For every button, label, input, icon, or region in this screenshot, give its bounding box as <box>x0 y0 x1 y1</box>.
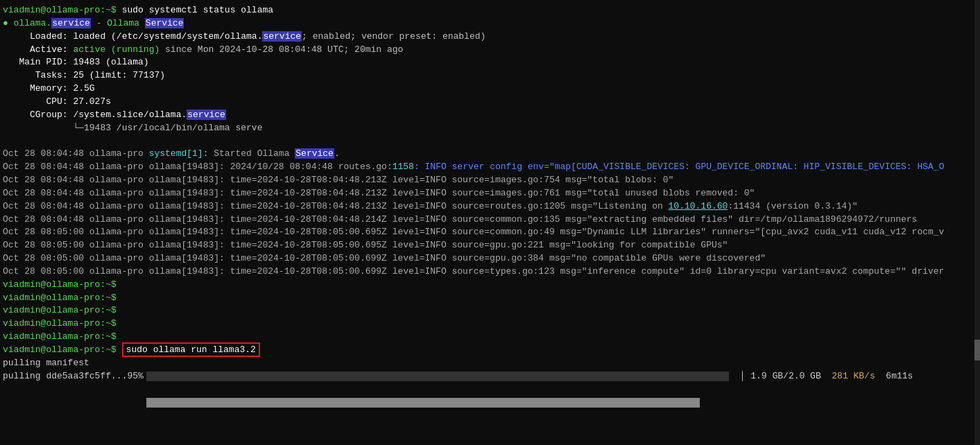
log-line-5: Oct 28 08:04:48 ollama-pro ollama[19483]… <box>3 200 977 213</box>
pulling-hash-label: pulling dde5aa3fc5ff... <box>3 370 127 383</box>
prompt: viadmin@ollama-pro:~$ <box>3 5 122 15</box>
blank-line <box>3 134 977 148</box>
progress-bar-container <box>146 372 729 381</box>
cpu-line: CPU: 27.027s <box>3 96 977 109</box>
log-line-6: Oct 28 08:04:48 ollama-pro ollama[19483]… <box>3 213 977 227</box>
ollama-run-command: sudo ollama run llama3.2 <box>122 342 260 357</box>
scrollbar[interactable] <box>974 0 980 445</box>
log-line-10: Oct 28 08:05:00 ollama-pro ollama[19483]… <box>3 265 977 279</box>
progress-bar-fill <box>146 398 700 408</box>
cgroup-pid-line: └─19483 /usr/local/bin/ollama serve <box>3 122 977 135</box>
service-keyword: service <box>51 18 91 28</box>
empty-prompt-2: viadmin@ollama-pro:~$ <box>3 292 977 305</box>
cgroup-line: CGroup: /system.slice/ollama.service <box>3 109 977 122</box>
log-line-1: Oct 28 08:04:48 ollama-pro systemd[1]: S… <box>3 148 977 161</box>
log-line-8: Oct 28 08:05:00 ollama-pro ollama[19483]… <box>3 239 977 252</box>
progress-separator: │ <box>734 370 750 383</box>
service-name-line: ● ollama.service - Ollama Service <box>3 17 977 30</box>
log-line-2: Oct 28 08:04:48 ollama-pro ollama[19483]… <box>3 161 977 174</box>
empty-prompt-1: viadmin@ollama-pro:~$ <box>3 279 977 292</box>
loaded-line: Loaded: loaded (/etc/systemd/system/olla… <box>3 30 977 44</box>
log-line-9: Oct 28 08:05:00 ollama-pro ollama[19483]… <box>3 252 977 265</box>
command-text: sudo systemctl status ollama <box>122 5 273 15</box>
log-line-7: Oct 28 08:05:00 ollama-pro ollama[19483]… <box>3 226 977 239</box>
log-line-4: Oct 28 08:04:48 ollama-pro ollama[19483]… <box>3 187 977 200</box>
empty-prompt-3: viadmin@ollama-pro:~$ <box>3 304 977 317</box>
empty-prompt-4: viadmin@ollama-pro:~$ <box>3 317 977 331</box>
cmd-line: viadmin@ollama-pro:~$ sudo systemctl sta… <box>3 4 977 17</box>
memory-line: Memory: 2.5G <box>3 82 977 96</box>
tasks-line: Tasks: 25 (limit: 77137) <box>3 69 977 82</box>
log-line-3: Oct 28 08:04:48 ollama-pro ollama[19483]… <box>3 174 977 187</box>
service-title: Service <box>145 18 184 28</box>
progress-size: 1.9 GB/2.0 GB 281 KB/s 6m11s <box>750 370 913 383</box>
ollama-run-line: viadmin@ollama-pro:~$ sudo ollama run ll… <box>3 344 977 357</box>
active-line: Active: active (running) since Mon 2024-… <box>3 44 977 57</box>
pid-line: Main PID: 19483 (ollama) <box>3 56 977 69</box>
pulling-manifest-line: pulling manifest <box>3 357 977 370</box>
scrollbar-thumb[interactable] <box>974 340 980 360</box>
terminal[interactable]: viadmin@ollama-pro:~$ sudo systemctl sta… <box>0 0 980 445</box>
progress-line: pulling dde5aa3fc5ff... 95% │ 1.9 GB/2.0… <box>3 370 977 383</box>
progress-percent: 95% <box>127 370 143 383</box>
